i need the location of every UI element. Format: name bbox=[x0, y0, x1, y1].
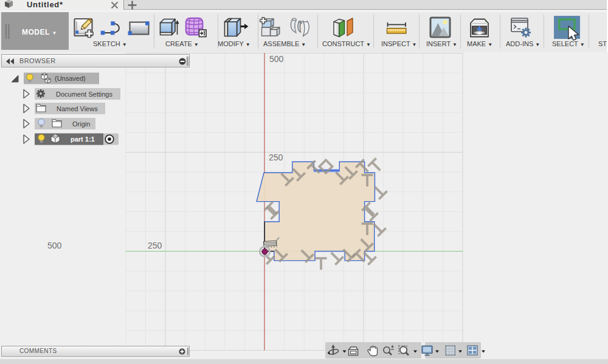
svg-text:500: 500 bbox=[47, 241, 62, 250]
svg-text:250: 250 bbox=[269, 153, 283, 162]
svg-text:500: 500 bbox=[269, 54, 284, 64]
svg-text:Origin: Origin bbox=[72, 120, 90, 128]
svg-text:(Unsaved): (Unsaved) bbox=[55, 75, 86, 82]
svg-text:part 1:1: part 1:1 bbox=[71, 136, 95, 143]
svg-text:Named Views: Named Views bbox=[57, 105, 98, 112]
svg-text:250: 250 bbox=[148, 241, 162, 250]
svg-text:Document Settings: Document Settings bbox=[56, 91, 112, 98]
